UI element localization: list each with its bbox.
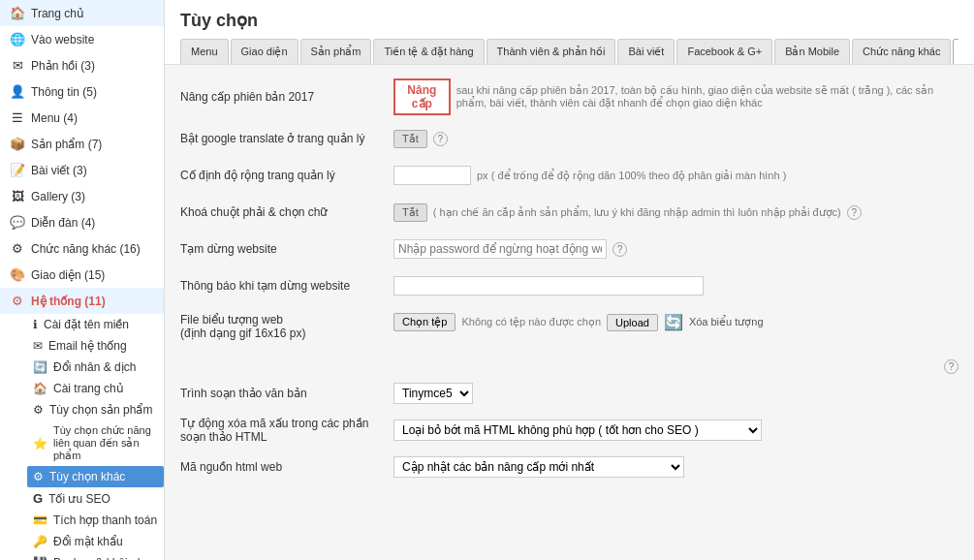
btn-upload[interactable]: Upload: [607, 314, 658, 331]
select-tuDongXoa[interactable]: Loại bỏ bớt mã HTML không phù hợp ( tốt …: [393, 420, 762, 441]
user-icon: 👤: [10, 84, 25, 99]
label-nangcap: Nâng cấp phiên bản 2017: [180, 90, 393, 104]
label-tamDung: Tạm dừng website: [180, 242, 393, 256]
control-tamDung: ?: [393, 239, 958, 259]
sidebar-item-vaoweb[interactable]: 🌐 Vào website: [0, 26, 164, 52]
row-tamDung: Tạm dừng website ?: [180, 235, 958, 263]
home-icon: 🏠: [10, 6, 25, 20]
payment-icon: 💳: [33, 513, 47, 527]
tab-sanpham[interactable]: Sản phẩm: [300, 39, 372, 64]
select-trinhSoanThao[interactable]: Tinymce5: [393, 383, 473, 404]
sub-item-backup[interactable]: 💾 Backup & khôi phục: [27, 552, 164, 560]
tab-facebook[interactable]: Facebook & G+: [676, 39, 772, 64]
row-thongBao: Thông báo khi tạm dừng website: [180, 272, 958, 299]
tab-chucnang[interactable]: Chức năng khác: [852, 39, 951, 64]
sub-item-tuychonsanpham[interactable]: ⚙ Tùy chọn sản phẩm: [27, 399, 164, 420]
globe-icon: 🌐: [10, 32, 25, 47]
help-icon-googletranslate[interactable]: ?: [433, 132, 448, 146]
email-icon: ✉: [33, 339, 43, 353]
sidebar-item-sanpham[interactable]: 📦 Sản phẩm (7): [0, 131, 164, 157]
tab-mobile[interactable]: Bản Mobile: [774, 39, 850, 64]
sub-item-toiuuseo[interactable]: G Tối ưu SEO: [27, 487, 164, 510]
row-nangcap: Nâng cấp phiên bản 2017 Nâng cấp sau khi…: [180, 78, 958, 115]
sidebar-item-giaodien[interactable]: 🎨 Giao diện (15): [0, 262, 164, 288]
row-khoaChuot: Khoá chuột phải & chọn chữ Tắt ( hạn chế…: [180, 199, 958, 226]
btn-nangcap[interactable]: Nâng cấp: [393, 78, 451, 115]
control-doRong: px ( để trống để độ rộng dãn 100% theo đ…: [393, 166, 958, 185]
tab-bar: Menu Giao diện Sản phẩm Tiền tệ & đặt hà…: [180, 39, 958, 64]
sidebar: 🏠 Trang chủ 🌐 Vào website ✉ Phản hồi (3)…: [0, 0, 165, 560]
google-icon: G: [33, 491, 43, 506]
sub-item-tendomain[interactable]: ℹ Cài đặt tên miền: [27, 314, 164, 335]
row-trinhSoanThao: Trình soạn thảo văn bản Tinymce5: [180, 380, 958, 407]
gear-icon: ⚙: [33, 403, 44, 417]
key-icon: 🔑: [33, 535, 47, 548]
sub-item-doinhân[interactable]: 🔄 Đổi nhân & dịch: [27, 357, 164, 378]
link-xoa-bieututong[interactable]: Xóa biểu tượng: [689, 316, 764, 328]
input-tamDung[interactable]: [393, 239, 607, 259]
control-tuDongXoa: Loại bỏ bớt mã HTML không phù hợp ( tốt …: [393, 420, 958, 441]
row-googletranslate: Bật google translate ở trang quản lý Tắt…: [180, 125, 958, 152]
product-icon: 📦: [10, 137, 25, 151]
label-maNguonHtml: Mã nguồn html web: [180, 460, 393, 474]
tab-baiviet[interactable]: Bài viết: [617, 39, 675, 64]
note-nangcap: sau khi nâng cấp phiên bản 2017, toàn bộ…: [456, 84, 958, 109]
note-doRong: px ( để trống để độ rộng dãn 100% theo đ…: [477, 170, 786, 182]
sidebar-item-thongtin[interactable]: 👤 Thông tin (5): [0, 78, 164, 105]
control-nangcap: Nâng cấp sau khi nâng cấp phiên bản 2017…: [393, 78, 958, 115]
row-maNguonHtml: Mã nguồn html web Cập nhật các bản nâng …: [180, 453, 958, 481]
btn-googletranslate[interactable]: Tắt: [393, 130, 427, 148]
sub-item-thanhtoan[interactable]: 💳 Tích hợp thanh toán: [27, 510, 164, 531]
control-maNguonHtml: Cập nhật các bản nâng cấp mới nhất: [393, 456, 958, 478]
sidebar-item-menu[interactable]: ☰ Menu (4): [0, 105, 164, 131]
tab-tiente[interactable]: Tiền tệ & đặt hàng: [373, 39, 484, 64]
sidebar-item-phanhoi[interactable]: ✉ Phản hồi (3): [0, 52, 164, 78]
sub-item-email[interactable]: ✉ Email hệ thống: [27, 335, 164, 357]
main-header: Tùy chọn Menu Giao diện Sản phẩm Tiền tệ…: [165, 0, 974, 65]
control-thongBao: [393, 276, 958, 296]
help-icon-khoaChuot[interactable]: ?: [847, 205, 862, 220]
sub-item-doimatkhau[interactable]: 🔑 Đổi mật khẩu: [27, 531, 164, 552]
sidebar-item-gallery[interactable]: 🖼 Gallery (3): [0, 183, 164, 209]
refresh-icon: 🔄: [664, 313, 683, 331]
label-fileBieuTuong: File biểu tượng web(định dạng gif 16x16 …: [180, 313, 393, 340]
tab-thanhvien[interactable]: Thành viên & phản hồi: [487, 39, 616, 64]
functions-icon: ⚙: [10, 241, 25, 256]
form-content: Nâng cấp phiên bản 2017 Nâng cấp sau khi…: [165, 65, 974, 504]
control-fileBieuTuong: Chọn tệp Không có tệp nào được chọn Uplo…: [393, 313, 958, 331]
label-doRong: Cố định độ rộng trang quản lý: [180, 169, 393, 182]
gallery-icon: 🖼: [10, 189, 25, 203]
control-khoaChuot: Tắt ( hạn chế ăn cắp ảnh sản phẩm, lưu ý…: [393, 203, 958, 222]
sub-item-tuychonkhac[interactable]: ⚙ Tùy chọn khác: [27, 466, 164, 487]
tab-menu[interactable]: Menu: [180, 39, 229, 64]
label-trinhSoanThao: Trình soạn thảo văn bản: [180, 387, 393, 400]
sidebar-item-trangchu[interactable]: 🏠 Trang chủ: [0, 0, 164, 26]
tab-hethong[interactable]: Hệ thống: [953, 39, 958, 64]
menu-icon: ☰: [10, 110, 25, 125]
forum-icon: 💬: [10, 215, 25, 230]
sidebar-item-baiviet[interactable]: 📝 Bài viết (3): [0, 157, 164, 183]
help-icon-tamDung[interactable]: ?: [613, 242, 627, 257]
input-doRong[interactable]: [393, 166, 471, 185]
system-icon: ⚙: [10, 294, 25, 308]
sub-item-caitrangchu[interactable]: 🏠 Cài trang chủ: [27, 378, 164, 399]
sidebar-item-chucnangkhac[interactable]: ⚙ Chức năng khác (16): [0, 235, 164, 262]
control-googletranslate: Tắt ?: [393, 130, 958, 148]
save-icon: 💾: [33, 556, 47, 560]
row-fileBieuTuong: File biểu tượng web(định dạng gif 16x16 …: [180, 309, 958, 340]
sub-item-tuychonchucnang[interactable]: ⭐ Tùy chọn chức năng liên quan đến sản p…: [27, 420, 164, 466]
select-maNguonHtml[interactable]: Cập nhật các bản nâng cấp mới nhất: [393, 456, 684, 478]
swap-icon: 🔄: [33, 360, 47, 374]
btn-chontep[interactable]: Chọn tệp: [393, 313, 456, 331]
home2-icon: 🏠: [33, 382, 47, 395]
label-googletranslate: Bật google translate ở trang quản lý: [180, 132, 393, 145]
sidebar-item-diendàn[interactable]: 💬 Diễn đàn (4): [0, 209, 164, 235]
btn-khoaChuot[interactable]: Tắt: [393, 203, 427, 222]
help-icon-bottom[interactable]: ?: [944, 359, 958, 374]
note-khoaChuot: ( hạn chế ăn cắp ảnh sản phẩm, lưu ý khi…: [433, 206, 841, 219]
no-file-text: Không có tệp nào được chọn: [461, 316, 601, 328]
page-title: Tùy chọn: [180, 10, 958, 31]
tab-giaodien[interactable]: Giao diện: [231, 39, 298, 64]
input-thongBao[interactable]: [393, 276, 704, 296]
sidebar-item-hethong[interactable]: ⚙ Hệ thống (11): [0, 288, 164, 314]
